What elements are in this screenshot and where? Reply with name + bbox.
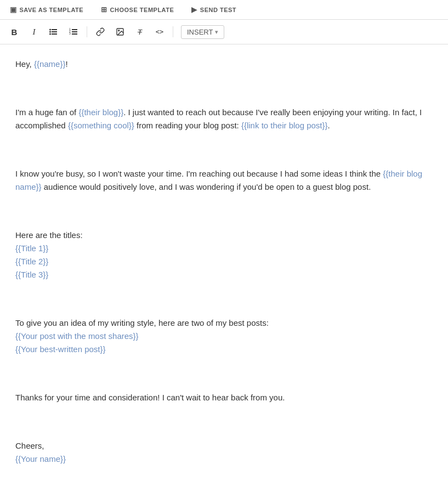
blank-line <box>15 367 433 380</box>
insert-label: INSERT <box>187 28 213 36</box>
choose-template-label: CHOOSE TEMPLATE <box>110 7 174 13</box>
save-as-template-label: SAVE AS TEMPLATE <box>20 7 84 13</box>
editor-paragraph: Cheers,{{Your name}} <box>15 439 433 466</box>
template-variable: {{name}} <box>34 59 66 69</box>
template-variable: {{their blog name}} <box>15 169 422 191</box>
send-test-icon: ▶ <box>191 5 197 14</box>
template-variable: {{their blog}} <box>78 108 123 117</box>
bold-button[interactable]: B <box>7 24 22 39</box>
save-as-template-button[interactable]: ▣ SAVE AS TEMPLATE <box>7 3 87 16</box>
template-variable: {{Your best-written post}} <box>15 344 106 354</box>
editor-paragraph: To give you an idea of my writing style,… <box>15 316 433 356</box>
svg-point-13 <box>118 30 120 31</box>
template-variable: {{something cool}} <box>68 121 134 130</box>
template-variable: {{Title 1}} <box>15 244 48 253</box>
svg-point-3 <box>49 29 51 31</box>
svg-rect-7 <box>72 31 77 32</box>
unordered-list-button[interactable] <box>46 24 61 39</box>
format-toolbar: B I 123 T <> INSERT ▾ <box>0 20 448 44</box>
editor-paragraph: Here are the titles:{{Title 1}}{{Title 2… <box>15 229 433 281</box>
template-variable: {{Title 2}} <box>15 257 48 266</box>
code-button[interactable]: <> <box>152 24 167 39</box>
separator-1 <box>87 26 87 37</box>
image-button[interactable] <box>112 24 128 39</box>
editor-line: I'm a huge fan of {{their blog}}. I just… <box>15 106 433 132</box>
svg-rect-6 <box>72 29 77 30</box>
send-test-label: SEND TEST <box>200 7 236 13</box>
svg-rect-2 <box>52 33 57 35</box>
svg-text:3: 3 <box>69 32 71 35</box>
svg-point-5 <box>49 33 51 35</box>
blank-line <box>15 415 433 428</box>
link-button[interactable] <box>93 24 108 39</box>
template-variable: {{Your post with the most shares}} <box>15 331 139 341</box>
blank-line <box>15 143 433 156</box>
clear-format-button[interactable]: T <box>132 24 148 39</box>
choose-template-icon: ⊞ <box>101 5 107 14</box>
blank-line <box>15 292 433 306</box>
ordered-list-button[interactable]: 123 <box>66 24 81 39</box>
blank-line <box>15 205 433 218</box>
template-variable: {{Title 3}} <box>15 270 48 279</box>
editor-line: I know you're busy, so I won't waste you… <box>15 167 433 194</box>
italic-button[interactable]: I <box>26 24 42 39</box>
insert-dropdown-button[interactable]: INSERT ▾ <box>181 25 224 39</box>
editor-area[interactable]: Hey, {{name}}!I'm a huge fan of {{their … <box>0 44 448 483</box>
template-variable: {{link to their blog post}} <box>241 121 328 130</box>
insert-dropdown-arrow: ▾ <box>215 29 218 36</box>
svg-rect-0 <box>52 29 57 30</box>
template-variable: {{Your name}} <box>15 454 66 463</box>
editor-line: Thanks for your time and consideration! … <box>15 391 433 404</box>
editor-line: Hey, {{name}}! <box>15 58 433 71</box>
save-template-icon: ▣ <box>10 5 17 14</box>
blank-line <box>15 82 433 95</box>
separator-2 <box>173 26 173 37</box>
svg-point-4 <box>49 31 51 33</box>
svg-rect-1 <box>52 31 57 32</box>
svg-rect-8 <box>72 33 77 35</box>
send-test-button[interactable]: ▶ SEND TEST <box>188 3 240 16</box>
top-toolbar: ▣ SAVE AS TEMPLATE ⊞ CHOOSE TEMPLATE ▶ S… <box>0 0 448 20</box>
choose-template-button[interactable]: ⊞ CHOOSE TEMPLATE <box>98 3 177 16</box>
